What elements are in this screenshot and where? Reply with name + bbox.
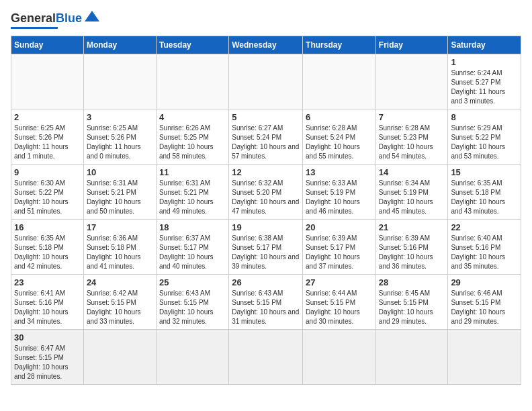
calendar-cell: 22Sunrise: 6:40 AM Sunset: 5:16 PM Dayli…	[448, 220, 521, 275]
calendar-week-row: 30Sunrise: 6:47 AM Sunset: 5:15 PM Dayli…	[11, 330, 521, 385]
day-number: 22	[451, 222, 518, 232]
calendar-cell: 5Sunrise: 6:27 AM Sunset: 5:24 PM Daylig…	[229, 109, 303, 165]
weekday-header-saturday: Saturday	[448, 36, 521, 54]
calendar-week-row: 16Sunrise: 6:35 AM Sunset: 5:18 PM Dayli…	[11, 220, 521, 275]
weekday-header-wednesday: Wednesday	[229, 36, 303, 54]
day-number: 26	[232, 277, 300, 287]
calendar-week-row: 9Sunrise: 6:30 AM Sunset: 5:22 PM Daylig…	[11, 165, 521, 220]
calendar-cell	[375, 330, 448, 385]
calendar-week-row: 23Sunrise: 6:41 AM Sunset: 5:16 PM Dayli…	[11, 275, 521, 330]
logo-icon	[83, 8, 101, 26]
calendar-header-row: SundayMondayTuesdayWednesdayThursdayFrid…	[11, 36, 521, 54]
day-info: Sunrise: 6:39 AM Sunset: 5:16 PM Dayligh…	[379, 234, 445, 271]
logo-blue-text: Blue	[56, 11, 82, 25]
calendar-cell: 29Sunrise: 6:46 AM Sunset: 5:15 PM Dayli…	[448, 275, 521, 330]
day-info: Sunrise: 6:29 AM Sunset: 5:22 PM Dayligh…	[451, 124, 518, 161]
calendar-cell: 27Sunrise: 6:44 AM Sunset: 5:15 PM Dayli…	[303, 275, 376, 330]
calendar-cell: 13Sunrise: 6:33 AM Sunset: 5:19 PM Dayli…	[303, 165, 376, 220]
weekday-header-friday: Friday	[375, 36, 448, 54]
calendar-cell: 26Sunrise: 6:43 AM Sunset: 5:15 PM Dayli…	[229, 275, 303, 330]
day-info: Sunrise: 6:35 AM Sunset: 5:18 PM Dayligh…	[451, 179, 518, 216]
day-info: Sunrise: 6:41 AM Sunset: 5:16 PM Dayligh…	[14, 289, 81, 326]
day-info: Sunrise: 6:46 AM Sunset: 5:15 PM Dayligh…	[451, 289, 518, 326]
day-number: 29	[451, 277, 518, 287]
calendar-cell	[83, 330, 156, 385]
calendar-cell: 3Sunrise: 6:25 AM Sunset: 5:26 PM Daylig…	[83, 109, 156, 165]
calendar-week-row: 1Sunrise: 6:24 AM Sunset: 5:27 PM Daylig…	[11, 54, 521, 109]
day-number: 23	[14, 277, 81, 287]
day-info: Sunrise: 6:47 AM Sunset: 5:15 PM Dayligh…	[14, 344, 81, 381]
day-info: Sunrise: 6:31 AM Sunset: 5:21 PM Dayligh…	[159, 179, 226, 216]
day-info: Sunrise: 6:37 AM Sunset: 5:17 PM Dayligh…	[159, 234, 226, 271]
calendar-cell: 8Sunrise: 6:29 AM Sunset: 5:22 PM Daylig…	[448, 109, 521, 165]
day-info: Sunrise: 6:36 AM Sunset: 5:18 PM Dayligh…	[87, 234, 153, 271]
page-header: GeneralBlue	[11, 11, 521, 29]
calendar-cell: 20Sunrise: 6:39 AM Sunset: 5:17 PM Dayli…	[303, 220, 376, 275]
day-info: Sunrise: 6:28 AM Sunset: 5:24 PM Dayligh…	[306, 124, 373, 161]
calendar-cell	[156, 330, 228, 385]
calendar-cell: 23Sunrise: 6:41 AM Sunset: 5:16 PM Dayli…	[11, 275, 84, 330]
day-number: 1	[451, 57, 518, 67]
calendar-cell	[229, 54, 303, 109]
day-number: 25	[159, 277, 226, 287]
day-number: 21	[379, 222, 445, 232]
day-info: Sunrise: 6:44 AM Sunset: 5:15 PM Dayligh…	[306, 289, 373, 326]
day-number: 11	[159, 167, 226, 177]
day-number: 5	[232, 112, 300, 122]
calendar-cell: 16Sunrise: 6:35 AM Sunset: 5:18 PM Dayli…	[11, 220, 84, 275]
day-info: Sunrise: 6:35 AM Sunset: 5:18 PM Dayligh…	[14, 234, 81, 271]
day-info: Sunrise: 6:43 AM Sunset: 5:15 PM Dayligh…	[159, 289, 226, 326]
day-number: 12	[232, 167, 300, 177]
day-number: 16	[14, 222, 81, 232]
day-number: 18	[159, 222, 226, 232]
calendar-cell	[156, 54, 228, 109]
calendar-cell: 12Sunrise: 6:32 AM Sunset: 5:20 PM Dayli…	[229, 165, 303, 220]
calendar-cell	[303, 54, 376, 109]
weekday-header-tuesday: Tuesday	[156, 36, 228, 54]
day-number: 19	[232, 222, 300, 232]
day-number: 17	[87, 222, 153, 232]
calendar-cell: 1Sunrise: 6:24 AM Sunset: 5:27 PM Daylig…	[448, 54, 521, 109]
calendar-cell: 15Sunrise: 6:35 AM Sunset: 5:18 PM Dayli…	[448, 165, 521, 220]
day-info: Sunrise: 6:38 AM Sunset: 5:17 PM Dayligh…	[232, 234, 300, 271]
calendar-cell: 11Sunrise: 6:31 AM Sunset: 5:21 PM Dayli…	[156, 165, 228, 220]
day-info: Sunrise: 6:39 AM Sunset: 5:17 PM Dayligh…	[306, 234, 373, 271]
day-info: Sunrise: 6:45 AM Sunset: 5:15 PM Dayligh…	[379, 289, 445, 326]
day-info: Sunrise: 6:42 AM Sunset: 5:15 PM Dayligh…	[87, 289, 153, 326]
day-number: 8	[451, 112, 518, 122]
day-info: Sunrise: 6:28 AM Sunset: 5:23 PM Dayligh…	[379, 124, 445, 161]
day-number: 13	[306, 167, 373, 177]
calendar-cell	[229, 330, 303, 385]
day-info: Sunrise: 6:27 AM Sunset: 5:24 PM Dayligh…	[232, 124, 300, 161]
calendar-cell: 25Sunrise: 6:43 AM Sunset: 5:15 PM Dayli…	[156, 275, 228, 330]
calendar-cell: 7Sunrise: 6:28 AM Sunset: 5:23 PM Daylig…	[375, 109, 448, 165]
day-number: 6	[306, 112, 373, 122]
day-number: 14	[379, 167, 445, 177]
calendar-cell: 18Sunrise: 6:37 AM Sunset: 5:17 PM Dayli…	[156, 220, 228, 275]
day-info: Sunrise: 6:31 AM Sunset: 5:21 PM Dayligh…	[87, 179, 153, 216]
day-info: Sunrise: 6:34 AM Sunset: 5:19 PM Dayligh…	[379, 179, 445, 216]
calendar-cell: 6Sunrise: 6:28 AM Sunset: 5:24 PM Daylig…	[303, 109, 376, 165]
day-info: Sunrise: 6:30 AM Sunset: 5:22 PM Dayligh…	[14, 179, 81, 216]
day-info: Sunrise: 6:32 AM Sunset: 5:20 PM Dayligh…	[232, 179, 300, 216]
calendar-cell: 17Sunrise: 6:36 AM Sunset: 5:18 PM Dayli…	[83, 220, 156, 275]
day-number: 3	[87, 112, 153, 122]
day-number: 15	[451, 167, 518, 177]
svg-marker-0	[85, 11, 99, 21]
calendar-cell	[375, 54, 448, 109]
logo-text: GeneralBlue	[11, 12, 82, 24]
logo-underline	[11, 27, 58, 29]
calendar-cell: 2Sunrise: 6:25 AM Sunset: 5:26 PM Daylig…	[11, 109, 84, 165]
logo: GeneralBlue	[11, 11, 101, 29]
day-info: Sunrise: 6:40 AM Sunset: 5:16 PM Dayligh…	[451, 234, 518, 271]
calendar-cell	[303, 330, 376, 385]
day-number: 4	[159, 112, 226, 122]
day-info: Sunrise: 6:26 AM Sunset: 5:25 PM Dayligh…	[159, 124, 226, 161]
day-number: 10	[87, 167, 153, 177]
day-info: Sunrise: 6:25 AM Sunset: 5:26 PM Dayligh…	[87, 124, 153, 161]
calendar-cell: 9Sunrise: 6:30 AM Sunset: 5:22 PM Daylig…	[11, 165, 84, 220]
day-number: 24	[87, 277, 153, 287]
weekday-header-thursday: Thursday	[303, 36, 376, 54]
day-number: 28	[379, 277, 445, 287]
day-number: 20	[306, 222, 373, 232]
